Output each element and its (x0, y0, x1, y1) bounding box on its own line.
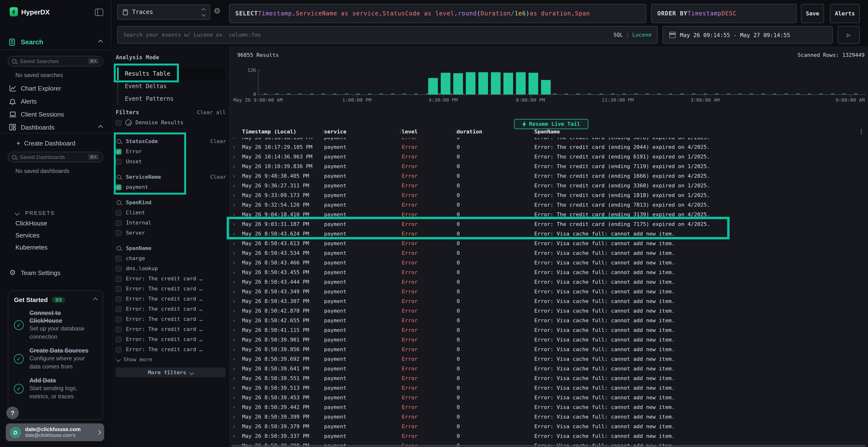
sidebar-preset-kubernetes[interactable]: Kubernetes (16, 241, 48, 253)
row-expand-chevron-icon[interactable]: › (232, 200, 236, 210)
denoise-checkbox-row[interactable]: Denoise Results (116, 119, 184, 126)
saved-searches-input[interactable]: Saved Searches ⌘K (8, 56, 103, 66)
filter-option[interactable]: Error: The credit card … (111, 304, 230, 314)
row-expand-chevron-icon[interactable]: › (232, 138, 236, 143)
clear-filter-link[interactable]: Clear (210, 174, 226, 180)
checkbox-unchecked[interactable] (116, 326, 122, 332)
filter-option[interactable]: Error: The credit card … (111, 294, 230, 304)
row-expand-chevron-icon[interactable]: › (232, 248, 236, 258)
checkbox-unchecked[interactable] (116, 220, 122, 226)
table-row[interactable]: ›May 26 8:50:39.442 PMpaymentError0Error… (230, 403, 868, 412)
get-started-item[interactable]: ✓Connect to ClickHouseSet up your databa… (14, 309, 97, 341)
checkbox-unchecked[interactable] (116, 210, 122, 215)
sidebar-collapse-icon[interactable] (95, 9, 103, 16)
saved-dashboards-input[interactable]: Saved Dashboards ⌘K (8, 152, 103, 162)
row-expand-chevron-icon[interactable]: › (232, 335, 236, 345)
table-row[interactable]: ›May 26 9:33:09.173 PMpaymentError0Error… (230, 191, 868, 200)
search-input[interactable]: Search your events w/ Lucene ex. column:… (117, 26, 658, 44)
presets-toggle[interactable]: PRESETS (0, 208, 111, 218)
save-button[interactable]: Save (801, 4, 824, 23)
sql-mode-toggle[interactable]: SQL (613, 32, 623, 38)
more-filters-button[interactable]: More filters (116, 368, 226, 377)
table-row[interactable]: ›May 26 8:50:39.453 PMpaymentError0Error… (230, 393, 868, 403)
filter-option[interactable]: Internal (111, 218, 230, 228)
filter-option[interactable]: Error: The credit card … (111, 274, 230, 284)
sidebar-item-chart-explorer[interactable]: Chart Explorer (0, 83, 111, 93)
alerts-button[interactable]: Alerts (830, 4, 860, 23)
table-row[interactable]: ›May 26 8:50:39.692 PMpaymentError0Error… (230, 354, 868, 364)
row-expand-chevron-icon[interactable]: › (232, 412, 236, 422)
table-row[interactable]: ›May 26 9:36:27.311 PMpaymentError0Error… (230, 181, 868, 191)
checkbox-unchecked[interactable] (116, 276, 122, 281)
table-row[interactable]: ›May 26 8:50:39.337 PMpaymentError0Error… (230, 432, 868, 441)
checkbox-unchecked[interactable] (116, 316, 122, 322)
sidebar-preset-clickhouse[interactable]: ClickHouse (16, 217, 48, 229)
row-expand-chevron-icon[interactable]: › (232, 191, 236, 200)
row-expand-chevron-icon[interactable]: › (232, 345, 236, 354)
filter-option[interactable]: Client (111, 208, 230, 218)
table-row[interactable]: ›May 26 8:50:39.551 PMpaymentError0Error… (230, 374, 868, 383)
row-expand-chevron-icon[interactable]: › (232, 393, 236, 403)
order-by-input[interactable]: ORDER BY Timestamp DESC (651, 4, 797, 23)
row-expand-chevron-icon[interactable]: › (232, 354, 236, 364)
analysis-mode-event-patterns[interactable]: Event Patterns (116, 93, 225, 105)
sidebar-item-team-settings[interactable]: ⚙ Team Settings (0, 268, 111, 277)
table-row[interactable]: ›May 26 10:10:39.836 PMpaymentError0Erro… (230, 162, 868, 171)
table-row[interactable]: ›May 26 8:50:43.444 PMpaymentError0Error… (230, 277, 868, 287)
filter-option[interactable]: Server (111, 228, 230, 238)
sidebar-item-dashboards[interactable]: Dashboards (0, 122, 111, 132)
checkbox-unchecked[interactable] (116, 286, 122, 291)
table-row[interactable]: ›May 26 8:50:42.878 PMpaymentError0Error… (230, 306, 868, 316)
table-row[interactable]: ›May 26 8:50:39.901 PMpaymentError0Error… (230, 335, 868, 345)
row-expand-chevron-icon[interactable]: › (232, 162, 236, 171)
row-expand-chevron-icon[interactable]: › (232, 258, 236, 268)
horizontal-scrollbar[interactable] (231, 445, 866, 447)
clear-all-link[interactable]: Clear all (197, 109, 226, 115)
help-button[interactable]: ? (6, 407, 19, 419)
col-spanname[interactable]: SpanName (534, 129, 560, 135)
table-row[interactable]: ›May 26 10:17:29.105 PMpaymentError0Erro… (230, 143, 868, 152)
search-icon[interactable] (117, 246, 121, 250)
row-expand-chevron-icon[interactable]: › (232, 287, 236, 297)
table-row[interactable]: ›May 26 8:50:39.399 PMpaymentError0Error… (230, 412, 868, 422)
sidebar-item-search[interactable]: Search (0, 37, 111, 47)
filter-option[interactable]: dns.lookup (111, 264, 230, 274)
source-select[interactable]: Traces (117, 4, 210, 20)
table-row[interactable]: ›May 26 8:50:43.349 PMpaymentError0Error… (230, 287, 868, 297)
filter-option[interactable]: Error: The credit card … (111, 284, 230, 294)
row-expand-chevron-icon[interactable]: › (232, 239, 236, 248)
show-more-link[interactable]: Show more (111, 354, 230, 365)
filter-option[interactable]: Error: The credit card … (111, 314, 230, 324)
row-expand-chevron-icon[interactable]: › (232, 171, 236, 181)
row-expand-chevron-icon[interactable]: › (232, 422, 236, 432)
row-expand-chevron-icon[interactable]: › (232, 364, 236, 374)
table-row[interactable]: ›May 26 8:50:39.513 PMpaymentError0Error… (230, 383, 868, 393)
user-menu[interactable]: D dale@clickhouse.com dale@clickhouse.co… (6, 423, 104, 441)
checkbox-unchecked[interactable] (116, 230, 122, 236)
table-row[interactable]: ›May 26 8:50:43.307 PMpaymentError0Error… (230, 297, 868, 306)
filter-option[interactable]: charge (111, 253, 230, 264)
sidebar-item-client-sessions[interactable]: Client Sessions (0, 109, 111, 119)
get-started-item[interactable]: ✓Add DataStart sending logs, metrics, or… (14, 377, 97, 401)
table-row[interactable]: ›May 26 9:48:38.405 PMpaymentError0Error… (230, 171, 868, 181)
date-range-picker[interactable]: May 26 09:14:55 - May 27 09:14:55 (662, 26, 833, 44)
get-started-item[interactable]: ✓Create Data SourcesConfigure where your… (14, 347, 97, 371)
checkbox-unchecked[interactable] (116, 306, 122, 312)
checkbox-unchecked[interactable] (116, 120, 122, 126)
table-row[interactable]: ›May 26 10:14:36.963 PMpaymentError0Erro… (230, 152, 868, 162)
sidebar-preset-services[interactable]: Services (16, 229, 48, 241)
chevron-up-icon[interactable] (93, 298, 98, 302)
table-row[interactable]: ›May 26 8:50:43.534 PMpaymentError0Error… (230, 248, 868, 258)
table-row[interactable]: ›May 26 8:50:41.115 PMpaymentError0Error… (230, 325, 868, 335)
row-expand-chevron-icon[interactable]: › (232, 403, 236, 412)
create-dashboard-button[interactable]: + Create Dashboard (0, 138, 111, 148)
col-level[interactable]: level (402, 129, 417, 135)
clear-filter-link[interactable]: Clear (210, 138, 226, 144)
table-row[interactable]: ›May 26 8:50:39.856 PMpaymentError0Error… (230, 345, 868, 354)
row-expand-chevron-icon[interactable]: › (232, 432, 236, 441)
checkbox-unchecked[interactable] (116, 347, 122, 352)
table-options-kebab-icon[interactable]: ⋮ (858, 128, 864, 135)
row-expand-chevron-icon[interactable]: › (232, 325, 236, 335)
row-expand-chevron-icon[interactable]: › (232, 277, 236, 287)
select-clause-input[interactable]: SELECT Timestamp, ServiceName as service… (229, 4, 646, 23)
